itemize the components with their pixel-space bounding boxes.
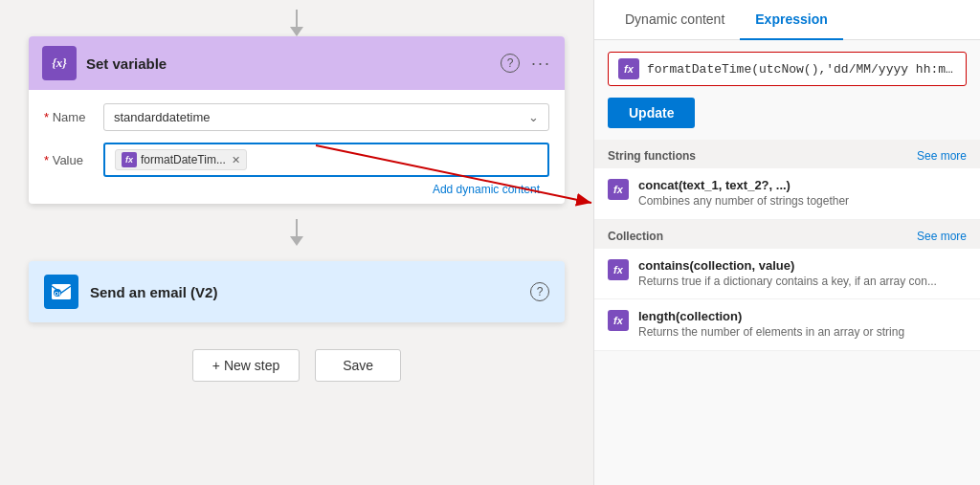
send-email-help-icon[interactable]: ? (530, 282, 549, 301)
string-functions-see-more[interactable]: See more (917, 149, 967, 163)
collection-section: Collection See more (594, 220, 980, 249)
collection-header: Collection See more (594, 222, 980, 247)
arrow-down-mid (290, 236, 303, 246)
connector-line-mid (296, 219, 298, 236)
expr-fx-icon: fx (618, 58, 639, 79)
right-panel: Dynamic content Expression fx formatDate… (593, 0, 980, 485)
func-length[interactable]: fx length(collection) Returns the number… (594, 299, 980, 351)
collection-see-more[interactable]: See more (917, 230, 967, 243)
value-label: * Value (44, 153, 94, 167)
string-functions-header: String functions See more (594, 142, 980, 166)
contains-name: contains(collection, value) (638, 258, 937, 273)
send-email-card[interactable]: Ol Send an email (V2) ? (29, 261, 565, 322)
set-variable-body: * Name standarddatetime ⌄ * Value fx f (29, 90, 565, 204)
connector-line-top (296, 10, 298, 27)
name-chevron-icon: ⌄ (528, 110, 539, 124)
name-label: * Name (44, 110, 94, 124)
outlook-icon: Ol (51, 283, 72, 300)
func-contains[interactable]: fx contains(collection, value) Returns t… (594, 249, 980, 300)
add-dynamic-content-link[interactable]: Add dynamic content (433, 183, 540, 196)
set-variable-title: Set variable (86, 55, 491, 72)
name-select[interactable]: standarddatetime ⌄ (103, 103, 549, 131)
fx-chip-icon: fx (122, 152, 137, 167)
set-variable-icon: {x} (42, 46, 77, 80)
expression-input-box[interactable]: fx formatDateTime(utcNow(),'dd/MM/yyyy h… (608, 52, 967, 86)
concat-desc: Combines any number of strings together (638, 194, 849, 209)
bottom-actions: + New step Save (192, 349, 401, 382)
send-email-icon: Ol (44, 275, 78, 309)
name-field-row: * Name standarddatetime ⌄ (44, 103, 549, 131)
header-actions: ? ··· (501, 54, 551, 74)
tab-expression[interactable]: Expression (740, 0, 842, 40)
connector-top (290, 10, 303, 36)
arrow-down-top (290, 27, 303, 36)
length-details: length(collection) Returns the number of… (638, 309, 904, 341)
concat-details: concat(text_1, text_2?, ...) Combines an… (638, 178, 849, 209)
fx-chip-text: formatDateTim... (141, 153, 226, 166)
svg-text:Ol: Ol (55, 291, 61, 297)
value-label-text: Value (53, 153, 83, 167)
name-required-star: * (44, 110, 49, 124)
set-variable-card: {x} Set variable ? ··· * Name standardda… (29, 36, 565, 204)
fx-chip-close-icon[interactable]: ✕ (232, 154, 240, 166)
func-concat[interactable]: fx concat(text_1, text_2?, ...) Combines… (594, 168, 980, 220)
more-icon[interactable]: ··· (531, 54, 551, 74)
value-input-box[interactable]: fx formatDateTim... ✕ (103, 143, 549, 177)
length-desc: Returns the number of elements in an arr… (638, 325, 904, 341)
connector-mid (290, 219, 303, 246)
set-variable-icon-label: {x} (52, 55, 67, 71)
value-field-row: * Value fx formatDateTim... ✕ Add dynami… (44, 143, 549, 177)
string-functions-section: String functions See more (594, 140, 980, 168)
value-required-star: * (44, 153, 49, 167)
expression-text: formatDateTime(utcNow(),'dd/MM/yyyy hh:m… (647, 62, 956, 77)
send-email-title: Send an email (V2) (90, 284, 519, 300)
concat-name: concat(text_1, text_2?, ...) (638, 178, 849, 192)
length-fx-icon: fx (608, 310, 629, 331)
tab-dynamic-content-label: Dynamic content (625, 11, 724, 27)
name-value: standarddatetime (114, 110, 210, 124)
concat-fx-icon: fx (608, 179, 629, 200)
save-button[interactable]: Save (315, 349, 401, 382)
length-name: length(collection) (638, 309, 904, 323)
contains-fx-icon: fx (608, 259, 629, 280)
panel-tabs: Dynamic content Expression (594, 0, 980, 40)
contains-desc: Returns true if a dictionary contains a … (638, 275, 937, 290)
tab-dynamic-content[interactable]: Dynamic content (610, 0, 740, 40)
contains-details: contains(collection, value) Returns true… (638, 258, 937, 290)
help-icon[interactable]: ? (501, 54, 520, 73)
collection-title: Collection (608, 230, 663, 243)
set-variable-header: {x} Set variable ? ··· (29, 36, 565, 90)
name-label-text: Name (53, 110, 86, 124)
new-step-button[interactable]: + New step (192, 349, 300, 382)
fx-chip[interactable]: fx formatDateTim... ✕ (115, 149, 247, 170)
string-functions-title: String functions (608, 149, 696, 163)
main-canvas: {x} Set variable ? ··· * Name standardda… (0, 0, 593, 485)
tab-expression-label: Expression (755, 11, 827, 27)
update-button[interactable]: Update (608, 98, 695, 128)
